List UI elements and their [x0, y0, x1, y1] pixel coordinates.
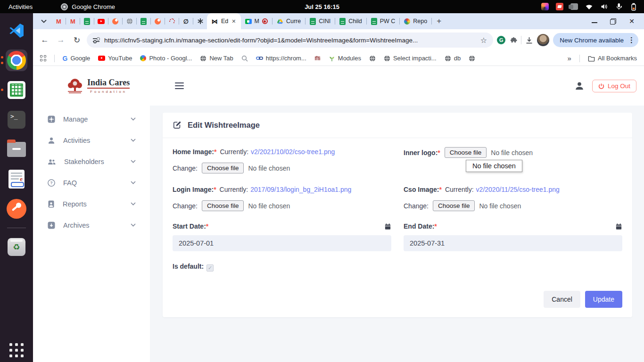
pinned-tab-globe[interactable]	[123, 13, 136, 29]
is-default-checkbox[interactable]: ✓	[206, 264, 214, 272]
tab-close-icon[interactable]: ✕	[231, 18, 236, 25]
end-date-input[interactable]: 2025-07-31	[404, 235, 622, 251]
bookmark-globe-1[interactable]	[369, 55, 376, 62]
tab-sheet-child[interactable]: Child	[335, 13, 366, 29]
dock-item-vscode[interactable]	[6, 20, 27, 41]
browser-menu-icon[interactable]: ⋮	[628, 36, 635, 44]
cso-image-choose-file-button[interactable]: Choose file	[433, 200, 475, 211]
tab-search-button[interactable]	[38, 15, 50, 27]
brand-logo[interactable]: India Cares Foundation	[66, 78, 130, 94]
dock-item-files[interactable]	[6, 139, 27, 160]
calendar-icon[interactable]	[384, 223, 391, 230]
home-image-current-link[interactable]: v2/2021/10/02/cso-tree1.png	[251, 148, 335, 156]
bookmark-chrome-link[interactable]: https://chrom...	[256, 55, 306, 62]
profile-avatar[interactable]	[537, 34, 549, 46]
bookmark-search[interactable]	[241, 55, 248, 62]
start-date-input[interactable]: 2025-07-01	[173, 235, 391, 251]
document-viewer-icon: e	[8, 170, 25, 189]
pinned-tab-gmail[interactable]: M	[52, 13, 66, 29]
bookmark-photos[interactable]: Photo - Googl...	[140, 55, 192, 62]
bookmark-new-tab[interactable]: New Tab	[200, 55, 233, 62]
currently-label: Currently:	[220, 186, 248, 193]
pinned-tab-sheets-2[interactable]	[137, 13, 150, 29]
sidebar-item-reports[interactable]: Reports	[33, 193, 150, 214]
show-applications-button[interactable]	[9, 343, 24, 357]
logout-button[interactable]: Log Out	[592, 80, 636, 92]
back-button[interactable]: ←	[39, 35, 51, 45]
login-image-current-link[interactable]: 2017/09/13/login_bg_2iH1oa1.png	[250, 186, 351, 193]
address-bar[interactable]: https://icfnv5-staging.icfn.in/manage-se…	[87, 33, 493, 48]
bookmarks-overflow-button[interactable]: »	[568, 54, 571, 62]
login-image-choose-file-button[interactable]: Choose file	[202, 200, 244, 211]
sidebar-item-archives[interactable]: Archives	[33, 214, 150, 236]
focused-app-indicator[interactable]: Google Chrome	[61, 3, 115, 10]
pinned-tab-youtube[interactable]	[94, 13, 108, 29]
extensions-icon[interactable]	[509, 36, 517, 44]
orange-site-icon	[112, 18, 118, 25]
field-inner-logo: Inner logo:* Choose file No file chosen …	[404, 147, 622, 173]
tab-sheet-cini[interactable]: CINI	[305, 13, 335, 29]
sidebar-toggle-button[interactable]	[175, 82, 184, 90]
dock-item-chrome[interactable]	[6, 49, 27, 71]
inner-logo-choose-file-button[interactable]: Choose file	[445, 147, 487, 158]
home-image-choose-file-button[interactable]: Choose file	[202, 163, 244, 173]
system-tray[interactable]	[541, 3, 644, 11]
cso-image-current-link[interactable]: v2/2020/11/25/cso-tree1.png	[476, 186, 560, 193]
update-button[interactable]: Update	[585, 291, 622, 308]
microphone-icon	[615, 3, 623, 10]
dock-item-postman[interactable]	[6, 198, 27, 220]
window-close-button[interactable]: ✕	[629, 18, 635, 25]
sheets-icon	[371, 18, 377, 25]
forward-button[interactable]: →	[55, 35, 67, 45]
apps-grid-icon[interactable]	[40, 55, 46, 61]
bookmark-modules[interactable]: Modules	[329, 55, 361, 62]
bookmark-maroon-site[interactable]	[314, 55, 321, 61]
restore-button[interactable]	[610, 18, 616, 25]
sidebar-item-manage[interactable]: Manage	[33, 108, 150, 130]
grammarly-extension-icon[interactable]: G	[497, 36, 505, 44]
pinned-tab-sheets[interactable]	[80, 13, 94, 29]
bookmark-label: All Bookmarks	[598, 55, 637, 62]
tab-drive[interactable]: Curre	[272, 13, 305, 29]
bookmark-google[interactable]: G Google	[63, 55, 91, 62]
pinned-tab-chatgpt[interactable]	[193, 13, 207, 29]
pinned-tab-gmail-2[interactable]: M	[66, 13, 80, 29]
dock-item-libreoffice-calc[interactable]	[6, 79, 27, 101]
tab-label: Repo	[413, 18, 427, 25]
minimize-button[interactable]	[592, 22, 597, 23]
globe-icon	[445, 55, 451, 62]
reload-button[interactable]: ↻	[71, 35, 83, 45]
pinned-tab-site-orange-2[interactable]	[151, 13, 165, 29]
chrome-update-chip[interactable]: New Chrome available ⋮	[553, 33, 638, 47]
sidebar-item-faq[interactable]: ? FAQ	[33, 172, 150, 193]
active-tab-edit-form[interactable]: ⋈ Ed ✕	[207, 13, 241, 29]
pinned-tab-slashed-circle[interactable]: ∅	[179, 13, 193, 29]
dock-item-trash[interactable]: ♻	[6, 236, 27, 258]
pinned-tab-site-orange[interactable]	[108, 13, 122, 29]
bookmark-db[interactable]: db	[445, 55, 461, 62]
tab-repo[interactable]: Repo	[400, 13, 431, 29]
sidebar-item-label: Activities	[63, 137, 90, 144]
clock[interactable]: Jul 25 16:15	[305, 3, 339, 10]
new-tab-button[interactable]: +	[432, 16, 446, 26]
all-bookmarks-button[interactable]: All Bookmarks	[588, 55, 637, 62]
cancel-button[interactable]: Cancel	[544, 291, 580, 308]
tab-meet[interactable]: M	[241, 13, 272, 29]
bookmark-star-icon[interactable]: ☆	[480, 36, 487, 45]
sidebar-item-activities[interactable]: Activities	[33, 130, 150, 151]
calendar-icon[interactable]	[615, 223, 622, 230]
user-icon[interactable]	[574, 81, 585, 91]
site-settings-icon[interactable]	[93, 37, 99, 43]
bookmark-globe-2[interactable]	[469, 55, 475, 62]
bookmark-youtube[interactable]: YouTube	[98, 55, 132, 62]
tab-sheet-pw[interactable]: PW C	[367, 13, 400, 29]
dock-item-document-viewer[interactable]: e	[6, 168, 27, 190]
sidebar-item-label: FAQ	[63, 179, 77, 187]
sidebar-item-stakeholders[interactable]: Stakeholders	[33, 151, 150, 172]
pinned-tab-red-arc[interactable]	[165, 13, 179, 29]
tab-label: M	[255, 18, 259, 25]
dock-item-terminal[interactable]: >_	[6, 109, 27, 131]
activities-button[interactable]: Activities	[0, 0, 41, 13]
bookmark-select-impact[interactable]: Select impacti...	[384, 55, 437, 62]
downloads-icon[interactable]	[525, 36, 533, 44]
